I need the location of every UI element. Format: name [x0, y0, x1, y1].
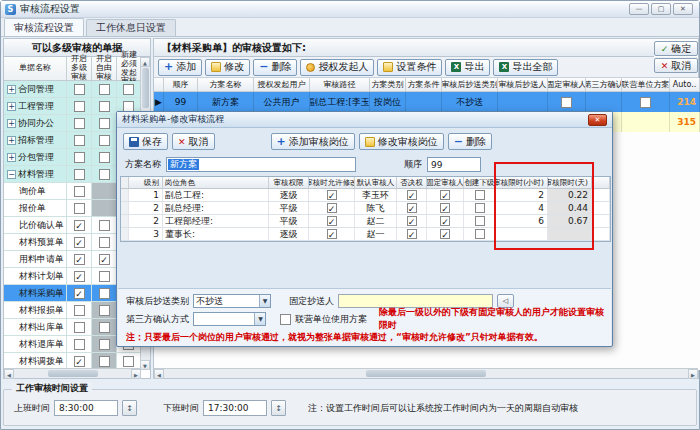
- tab-rest-days[interactable]: 工作休息日设置: [86, 19, 176, 36]
- checkbox[interactable]: [475, 190, 485, 200]
- checkbox[interactable]: [99, 271, 110, 282]
- checkbox[interactable]: ✓: [407, 203, 417, 213]
- scroll-up-icon[interactable]: ▲: [140, 57, 150, 67]
- checkbox[interactable]: [640, 97, 651, 108]
- checkbox[interactable]: [74, 135, 85, 146]
- checkbox[interactable]: [561, 97, 572, 108]
- checkbox[interactable]: [74, 118, 85, 129]
- expand-icon[interactable]: +: [7, 153, 16, 162]
- checkbox[interactable]: [123, 356, 134, 367]
- left-horizontal-scrollbar[interactable]: ◀ ▶: [4, 368, 141, 378]
- scroll-right-icon[interactable]: ▶: [131, 369, 141, 379]
- checkbox[interactable]: ✓: [407, 216, 417, 226]
- scheme-row-selected[interactable]: ▶ 99 新方案 公共用户 副总工程:[李玉 按岗位 不抄送 214: [154, 92, 700, 112]
- scrollbar-thumb[interactable]: [366, 370, 486, 377]
- collapse-icon[interactable]: −: [7, 170, 16, 179]
- modify-audit-position-button[interactable]: 修改审核岗位: [359, 133, 444, 150]
- order-input[interactable]: 99: [427, 157, 481, 172]
- dialog-cancel-button[interactable]: ✕取消: [172, 133, 215, 150]
- checkbox[interactable]: ✓: [440, 190, 450, 200]
- checkbox[interactable]: [99, 322, 110, 333]
- export-all-button[interactable]: X导出全部: [493, 59, 558, 76]
- delete-position-button[interactable]: −删除: [448, 133, 492, 150]
- checkbox[interactable]: ✓: [327, 216, 337, 226]
- checkbox[interactable]: [74, 186, 85, 197]
- checkbox[interactable]: [99, 237, 110, 248]
- checkbox[interactable]: ✓: [74, 254, 85, 265]
- checkbox[interactable]: [74, 305, 85, 316]
- end-time-spinner-icon[interactable]: ↕: [271, 400, 286, 416]
- scrollbar-thumb[interactable]: [48, 370, 98, 377]
- checkbox[interactable]: [99, 135, 110, 146]
- checkbox[interactable]: [74, 101, 85, 112]
- checkbox[interactable]: ✓: [440, 203, 450, 213]
- checkbox[interactable]: [74, 339, 85, 350]
- checkbox[interactable]: [99, 84, 110, 95]
- close-icon[interactable]: ✕: [673, 3, 693, 15]
- position-row[interactable]: 1 副总工程: 逐级 ✓ 李玉环 ✓ ✓ 2 0.22: [121, 189, 610, 202]
- checkbox[interactable]: ✓: [440, 229, 450, 239]
- checkbox[interactable]: [99, 288, 110, 299]
- checkbox[interactable]: [99, 101, 110, 112]
- checkbox[interactable]: [74, 152, 85, 163]
- checkbox[interactable]: [74, 84, 85, 95]
- checkbox[interactable]: ✓: [74, 288, 85, 299]
- checkbox[interactable]: [280, 314, 290, 325]
- save-button[interactable]: 保存: [123, 133, 168, 150]
- dialog-close-icon[interactable]: ✕: [588, 114, 607, 126]
- position-row[interactable]: 2 工程部经理: 平级 ✓ 赵二 ✓ ✓ 6 0.67: [121, 215, 610, 228]
- set-condition-button[interactable]: 设置条件: [377, 59, 442, 76]
- end-time-input[interactable]: 17:30:00: [203, 400, 267, 416]
- expand-icon[interactable]: +: [7, 136, 16, 145]
- expand-icon[interactable]: +: [7, 85, 16, 94]
- checkbox[interactable]: [99, 220, 110, 231]
- checkbox[interactable]: [99, 169, 110, 180]
- position-row[interactable]: 3 董事长: 逐级 ✓ 赵一 ✓ ✓: [121, 228, 610, 241]
- minimize-icon[interactable]: —: [629, 3, 649, 15]
- authorize-initiator-button[interactable]: 授权发起人: [300, 59, 374, 76]
- checkbox[interactable]: ✓: [74, 237, 85, 248]
- scrollbar-thumb[interactable]: [142, 68, 149, 108]
- checkbox[interactable]: [74, 203, 85, 214]
- delete-button[interactable]: −删除: [253, 59, 297, 76]
- tab-audit-flow[interactable]: 审核流程设置: [4, 18, 84, 36]
- cancel-button[interactable]: ✕取消: [654, 58, 698, 73]
- checkbox[interactable]: ✓: [99, 254, 110, 265]
- maximize-icon[interactable]: ▢: [651, 3, 671, 15]
- third-party-select[interactable]: ▼: [193, 312, 266, 326]
- modify-button[interactable]: 修改: [205, 59, 250, 76]
- checkbox[interactable]: [74, 322, 85, 333]
- checkbox[interactable]: [475, 203, 485, 213]
- start-time-spinner-icon[interactable]: ↕: [122, 400, 137, 416]
- checkbox[interactable]: ✓: [327, 190, 337, 200]
- checkbox[interactable]: [123, 84, 134, 95]
- checkbox[interactable]: ✓: [74, 271, 85, 282]
- right-horizontal-scrollbar[interactable]: ◀ ▶: [154, 368, 698, 378]
- ok-button[interactable]: ✓确定: [654, 41, 698, 56]
- add-audit-position-button[interactable]: +添加审核岗位: [271, 133, 355, 150]
- scroll-down-icon[interactable]: ▼: [140, 360, 150, 370]
- checkbox[interactable]: [123, 101, 134, 112]
- tree-row-contract[interactable]: +合同管理: [4, 81, 141, 98]
- checkbox[interactable]: ✓: [407, 190, 417, 200]
- checkbox[interactable]: [475, 229, 485, 239]
- cc-type-select[interactable]: 不抄送▼: [193, 294, 271, 308]
- scroll-left-icon[interactable]: ◀: [154, 369, 164, 379]
- checkbox[interactable]: ✓: [327, 229, 337, 239]
- checkbox[interactable]: [99, 118, 110, 129]
- scroll-left-icon[interactable]: ◀: [4, 369, 14, 379]
- checkbox[interactable]: ✓: [327, 203, 337, 213]
- start-time-input[interactable]: 8:30:00: [54, 400, 118, 416]
- checkbox[interactable]: [99, 339, 110, 350]
- scroll-right-icon[interactable]: ▶: [688, 369, 698, 379]
- add-button[interactable]: +添加: [158, 59, 202, 76]
- checkbox[interactable]: ✓: [440, 216, 450, 226]
- checkbox[interactable]: ✓: [74, 356, 85, 367]
- checkbox[interactable]: [74, 169, 85, 180]
- checkbox[interactable]: [99, 152, 110, 163]
- checkbox[interactable]: ✓: [74, 220, 85, 231]
- expand-icon[interactable]: +: [7, 119, 16, 128]
- checkbox[interactable]: [99, 356, 110, 367]
- checkbox[interactable]: ✓: [407, 229, 417, 239]
- expand-icon[interactable]: +: [7, 102, 16, 111]
